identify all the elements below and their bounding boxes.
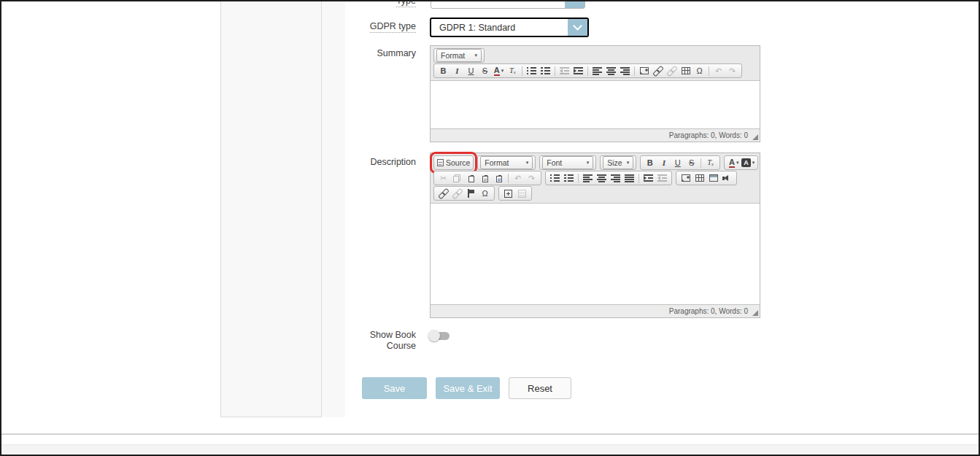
text-color-icon[interactable]: A▾ — [727, 157, 741, 169]
remove-format-icon[interactable]: Tₓ — [703, 157, 717, 169]
table-icon — [682, 67, 690, 74]
strikethrough-icon[interactable]: S — [684, 157, 698, 169]
audio-icon[interactable] — [720, 172, 734, 185]
underline-icon[interactable]: U — [464, 65, 478, 77]
show-blocks-icon[interactable] — [515, 188, 529, 200]
reset-button[interactable]: Reset — [509, 377, 571, 399]
special-char-icon-glyph: Ω — [482, 190, 487, 198]
strikethrough-icon[interactable]: S — [478, 65, 492, 77]
maximize-icon[interactable] — [501, 188, 515, 200]
type-label-text: Type — [396, 0, 416, 7]
toolbar-separator — [522, 66, 522, 76]
type-select[interactable]: Please select — [431, 0, 585, 9]
background-color-icon[interactable]: A▾ — [741, 157, 755, 169]
align-center-icon[interactable] — [604, 65, 618, 77]
paste-icon[interactable] — [464, 172, 478, 185]
italic-icon[interactable]: I — [450, 65, 464, 77]
strikethrough-icon-glyph: S — [689, 159, 694, 167]
toolbar-group: Size▾ — [600, 155, 636, 170]
redo-icon-glyph: ↷ — [528, 174, 535, 182]
ordered-list-icon[interactable] — [548, 172, 562, 185]
chevron-down-icon[interactable] — [568, 19, 587, 36]
align-left-icon[interactable] — [581, 172, 595, 185]
format-combo[interactable]: Format▾ — [436, 49, 482, 62]
table-icon[interactable] — [679, 65, 692, 77]
anchor-flag-icon[interactable] — [464, 188, 478, 200]
special-char-icon[interactable]: Ω — [478, 188, 492, 200]
toolbar-group — [498, 186, 532, 201]
toolbar-separator — [555, 66, 555, 76]
undo-icon-glyph: ↶ — [715, 67, 722, 75]
text-color-icon[interactable]: A▾ — [492, 65, 506, 77]
size-combo[interactable]: Size▾ — [603, 156, 633, 169]
format-combo[interactable]: Format▾ — [480, 156, 533, 169]
chevron-down-icon[interactable] — [565, 0, 584, 8]
link-icon[interactable] — [651, 65, 665, 77]
indent-icon — [574, 66, 583, 75]
toolbar-group: Format▾ — [433, 48, 485, 63]
align-right-icon[interactable] — [609, 172, 622, 185]
indent-icon[interactable] — [571, 65, 585, 77]
paste-from-word-icon — [496, 176, 502, 182]
format-combo-label: Format — [485, 158, 509, 167]
link-icon — [653, 66, 663, 75]
italic-icon[interactable]: I — [657, 157, 671, 169]
undo-icon-glyph: ↶ — [514, 174, 521, 182]
iframe-icon[interactable] — [706, 172, 720, 185]
redo-icon[interactable]: ↷ — [725, 65, 739, 77]
table-icon[interactable] — [692, 172, 706, 185]
unlink-icon[interactable] — [450, 188, 464, 200]
resize-grip[interactable] — [752, 310, 758, 316]
type-label: Type — [323, 0, 416, 7]
description-status-bar: Paragraphs: 0, Words: 0 — [431, 305, 760, 317]
underline-icon-glyph: U — [675, 159, 681, 167]
special-char-icon[interactable]: Ω — [692, 65, 706, 77]
underline-icon[interactable]: U — [671, 157, 684, 169]
ordered-list-icon[interactable] — [525, 65, 539, 77]
bullet-list-icon[interactable] — [539, 65, 552, 77]
resize-grip[interactable] — [752, 134, 758, 140]
summary-status-bar: Paragraphs: 0, Words: 0 — [431, 129, 760, 142]
unlink-icon[interactable] — [665, 65, 679, 77]
save-button[interactable]: Save — [362, 377, 427, 399]
bold-icon[interactable]: B — [643, 157, 657, 169]
image-icon — [640, 67, 649, 74]
link-icon[interactable] — [436, 188, 450, 200]
image-icon[interactable] — [679, 172, 692, 185]
cut-icon-glyph: ✂ — [440, 174, 447, 182]
font-combo[interactable]: Font▾ — [542, 156, 593, 169]
toolbar-separator — [701, 158, 701, 168]
image-icon[interactable] — [637, 65, 651, 77]
outdent-icon[interactable] — [655, 172, 669, 185]
highlighted-toolbar-group: Source — [433, 155, 474, 170]
description-content[interactable] — [431, 203, 760, 305]
toolbar-group — [676, 171, 737, 185]
show-book-course-toggle[interactable] — [428, 330, 452, 341]
special-char-icon-glyph: Ω — [696, 67, 702, 75]
indent-icon[interactable] — [641, 172, 655, 185]
align-justify-icon[interactable] — [622, 172, 636, 185]
align-left-icon[interactable] — [590, 65, 604, 77]
type-select-value: Please select — [439, 0, 493, 8]
cut-icon[interactable]: ✂ — [436, 172, 450, 185]
redo-icon[interactable]: ↷ — [525, 172, 539, 185]
paste-from-word-icon[interactable] — [492, 172, 506, 185]
align-center-icon[interactable] — [595, 172, 609, 185]
source-button[interactable]: Source — [436, 157, 471, 169]
save-exit-button[interactable]: Save & Exit — [436, 377, 500, 399]
remove-format-icon[interactable]: Tₓ — [506, 65, 520, 77]
bullet-list-icon[interactable] — [562, 172, 576, 185]
align-right-icon[interactable] — [618, 65, 632, 77]
bold-icon[interactable]: B — [436, 65, 450, 77]
remove-format-icon-glyph: Tₓ — [707, 159, 714, 167]
undo-icon[interactable]: ↶ — [511, 172, 525, 185]
outdent-icon[interactable] — [557, 65, 571, 77]
gdpr-type-select[interactable]: GDPR 1: Standard — [430, 18, 589, 37]
summary-word-count: Paragraphs: 0, Words: 0 — [669, 131, 748, 139]
align-right-icon — [620, 66, 630, 75]
summary-content[interactable] — [431, 80, 760, 129]
toolbar-group: A▾A▾ — [724, 155, 758, 170]
copy-icon[interactable] — [450, 172, 464, 185]
paste-text-icon[interactable] — [478, 172, 492, 185]
undo-icon[interactable]: ↶ — [711, 65, 725, 77]
